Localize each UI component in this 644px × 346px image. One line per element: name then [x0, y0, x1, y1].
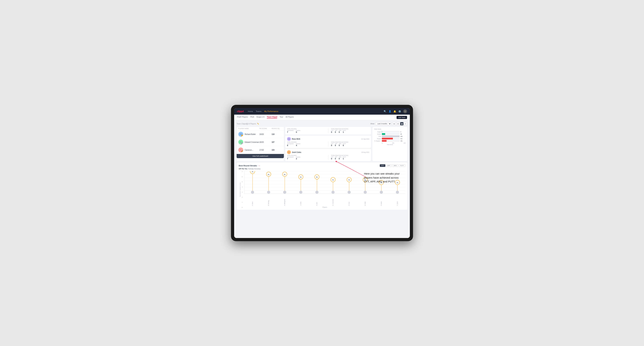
round-player-name: Josh Coles: [292, 151, 301, 153]
bar-label: D. Bogeys +: [374, 140, 381, 142]
view-leaderboard-button[interactable]: View Full Leaderboard: [236, 154, 284, 158]
arrow-indicator: ←: [258, 165, 260, 167]
player-x-label: E. Crossman: [332, 199, 334, 206]
show-select[interactable]: Last 3 months: [376, 122, 391, 125]
svg-point-19: [315, 191, 318, 194]
subnav-all-players[interactable]: All Players: [286, 116, 294, 119]
annotation-text: Here you can see streaks your players ha…: [364, 172, 402, 184]
round-card: JC Josh Coles 26 Aug 2023 Total Rounds: [285, 149, 371, 161]
nav-my-performance[interactable]: My Performance: [264, 110, 278, 112]
avatar: RB 1: [238, 132, 243, 137]
round-date: 26 Aug 2023: [362, 152, 369, 153]
bell-icon[interactable]: 🔔: [394, 110, 396, 113]
bar-value: 96: [400, 134, 406, 135]
svg-point-3: [251, 191, 254, 194]
grid-view-btn[interactable]: ⊞: [392, 122, 396, 126]
tab-putt[interactable]: PUTT: [399, 164, 405, 167]
annotation-box: Here you can see streaks your players ha…: [364, 172, 402, 184]
chart-bar-row: D. Bogeys + 131: [374, 140, 406, 142]
content-grid: PLAYER NAME PB SCORE PB AVG SQ RB 1: [236, 127, 408, 161]
chart-x-axis: 0 200 400: [374, 142, 406, 144]
list-view-btn[interactable]: ☰: [396, 122, 400, 126]
subnav-pga[interactable]: PGA: [250, 116, 254, 119]
round-date: 02 Sep 2023: [362, 138, 369, 140]
subnav-tour[interactable]: Tour: [280, 116, 283, 119]
svg-point-35: [380, 191, 383, 194]
subnav-team-clippd[interactable]: Team Clippd: [267, 116, 277, 119]
add-team-button[interactable]: Add Team: [396, 116, 407, 119]
pb-score: 18/20: [259, 141, 272, 143]
nav-home[interactable]: Home: [248, 110, 253, 112]
y-tick: 6: [242, 176, 244, 177]
chart-title: Total Shots: [374, 128, 406, 130]
users-icon[interactable]: 👤: [388, 110, 391, 113]
svg-point-27: [348, 191, 351, 194]
col-pb-score: PB SCORE: [259, 128, 272, 129]
chart-footer: Total Shots: [374, 144, 406, 145]
y-tick: 1: [242, 202, 244, 203]
y-tick: 4: [242, 186, 244, 188]
sub-nav: PGAT Players PGA Hcaps 1-5 Team Clippd T…: [234, 115, 410, 120]
tab-ott[interactable]: OTT: [380, 164, 385, 167]
logo: clippd: [237, 110, 244, 113]
search-icon[interactable]: 🔍: [384, 110, 386, 113]
round-card: Total Rounds Tournament 7 Practice: [285, 127, 371, 135]
col-player-name: PLAYER NAME: [238, 128, 259, 129]
card-view-btn[interactable]: ▦: [400, 122, 404, 126]
svg-point-23: [332, 191, 334, 194]
player-x-label: C. Quick: [397, 199, 398, 206]
tab-arg[interactable]: ARG: [392, 164, 398, 167]
y-ticks: 7 6 5 4 3 2 1 0: [242, 171, 244, 208]
streak-subtitle: Off The Tee, Fairway Accuracy: [239, 168, 405, 170]
team-header: Team Clippd | 14 Players ✏️ Show Last 3 …: [236, 122, 408, 126]
streaks-section: Best Round Streaks ← OTT APP ARG PUTT: [236, 163, 408, 210]
edit-icon[interactable]: ✏️: [257, 123, 259, 125]
pb-avg: 103: [272, 149, 282, 151]
tab-app[interactable]: APP: [386, 164, 392, 167]
player-x-label: M. Miller: [364, 199, 366, 206]
bar-value: 131: [400, 140, 406, 142]
bar-track: [382, 140, 400, 142]
view-icons: ⊞ ☰ ▦ ≡: [392, 122, 408, 126]
pb-avg: 110: [272, 133, 282, 135]
svg-point-11: [283, 191, 286, 194]
svg-text:5x: 5x: [300, 176, 302, 178]
round-section-practice: Total Practice Activities OTT 0 APP: [331, 128, 370, 133]
player-name: Richard Butler: [245, 133, 256, 135]
y-tick: 0: [242, 207, 244, 208]
player-info: RB 1 Richard Butler: [238, 132, 259, 137]
player-info: C 3 Cameron...: [238, 148, 259, 152]
leaderboard-card: PLAYER NAME PB SCORE PB AVG SQ RB 1: [236, 127, 284, 161]
y-axis-label: Best Streak, Fairway Accuracy: [240, 182, 240, 197]
bar-fill: [382, 133, 385, 135]
svg-point-31: [364, 191, 367, 194]
avatar: JC: [287, 150, 291, 154]
settings-icon[interactable]: ⚙️: [398, 110, 401, 113]
chart-bar-row: Bogeys 311: [374, 138, 406, 140]
svg-text:5x: 5x: [316, 176, 318, 178]
avatar: EC 2: [238, 140, 243, 145]
show-controls: Show Last 3 months ⊞ ☰ ▦ ≡: [370, 122, 408, 126]
rank-badge: 2: [241, 143, 243, 145]
user-avatar[interactable]: U: [403, 109, 407, 113]
pb-score: 17/20: [259, 149, 272, 151]
nav-teams[interactable]: Teams: [256, 110, 262, 112]
pb-score: 19/20: [259, 133, 272, 135]
table-view-btn[interactable]: ≡: [404, 122, 408, 126]
bar-fill: [382, 140, 386, 142]
subnav-hcaps[interactable]: Hcaps 1-5: [256, 116, 264, 119]
svg-text:7x: 7x: [252, 171, 254, 173]
bar-track: [382, 138, 400, 140]
round-player-name: Rees Britt: [292, 138, 300, 140]
chart-bar-row: Pars 499: [374, 135, 406, 137]
svg-text:6x: 6x: [268, 174, 270, 175]
subnav-pgat[interactable]: PGAT Players: [237, 116, 248, 119]
avatar: C 3: [238, 148, 243, 152]
round-section-totals: Total Rounds Tournament 7 Practice: [287, 128, 325, 133]
bar-fill: [382, 138, 393, 140]
y-tick: 7: [242, 171, 244, 172]
bar-fill: [382, 135, 400, 137]
streaks-title: Best Round Streaks: [239, 165, 257, 167]
player-x-label: D. Billingham: [284, 199, 285, 206]
player-info: EC 2 Edward Crossman: [238, 140, 259, 145]
